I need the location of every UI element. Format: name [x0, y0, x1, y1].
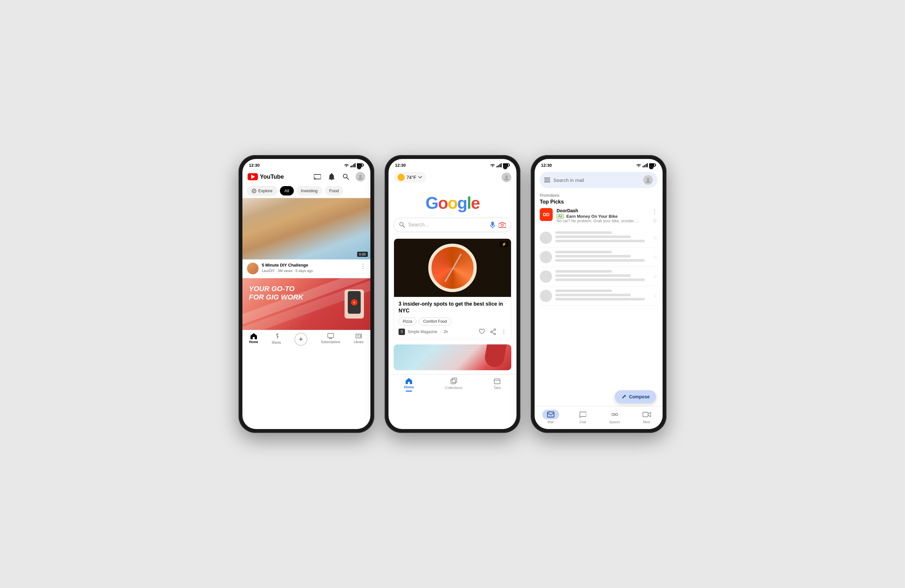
- google-search-bar[interactable]: Search...: [394, 218, 511, 232]
- hamburger-icon[interactable]: [544, 178, 550, 182]
- svg-line-20: [403, 225, 405, 227]
- compose-button[interactable]: Compose: [615, 390, 656, 403]
- video-thumbnail-1[interactable]: 0:00: [243, 198, 370, 260]
- chip-food[interactable]: Food: [325, 186, 344, 195]
- collections-icon-wrap: [450, 378, 457, 385]
- svg-point-42: [611, 414, 614, 416]
- email-item-doordash[interactable]: DD DoorDash Ad Earn Money On Your Bike N…: [540, 208, 657, 224]
- wifi-icon-yt: [344, 163, 349, 167]
- article-preview-2[interactable]: [394, 344, 511, 370]
- article-tags: Pizza Comfort Food: [399, 318, 506, 325]
- svg-point-39: [647, 178, 649, 181]
- gmail-content: Promotions Top Picks DD DoorDash Ad Earn…: [535, 191, 662, 406]
- ad-banner[interactable]: YOUR GO-TO FOR GIG WORK D: [243, 278, 370, 330]
- nav-item-subscriptions[interactable]: Subscriptions: [321, 333, 340, 346]
- gmail-account-avatar[interactable]: [643, 175, 653, 185]
- g-nav-tabs-label: Tabs: [494, 386, 501, 390]
- star-1[interactable]: ☆: [653, 235, 657, 241]
- email-list-item-2[interactable]: ☆: [540, 247, 657, 267]
- tag-pizza[interactable]: Pizza: [399, 318, 416, 325]
- svg-rect-41: [548, 412, 554, 417]
- notifications-button[interactable]: [327, 172, 336, 181]
- svg-point-6: [359, 175, 362, 178]
- chip-explore[interactable]: Explore: [247, 186, 277, 195]
- source-name: Simple Magazine: [408, 330, 437, 334]
- status-time-yt: 12:30: [249, 163, 260, 168]
- tag-comfort-food[interactable]: Comfort Food: [419, 318, 451, 325]
- g-nav-home[interactable]: Home: [404, 378, 414, 391]
- chip-investing[interactable]: Investing: [296, 186, 322, 195]
- nav-label-library: Library: [354, 340, 364, 344]
- more-options-doordash[interactable]: ⋮: [652, 208, 657, 215]
- camera-icon-g[interactable]: [499, 222, 506, 228]
- weather-chip[interactable]: 74°F: [394, 172, 426, 183]
- google-phone: 12:30: [385, 155, 520, 433]
- search-button[interactable]: [341, 172, 350, 181]
- email-lines-4: [555, 290, 649, 302]
- gmail-nav-chat-label: Chat: [579, 420, 586, 424]
- ad-line1: YOUR GO-TO: [249, 285, 303, 293]
- more-icon-article[interactable]: ⋮: [501, 328, 506, 335]
- g-nav-home-label: Home: [404, 385, 414, 389]
- gmail-search-bar[interactable]: Search in mail: [540, 172, 657, 188]
- ad-badge: Ad: [557, 214, 564, 219]
- nav-item-home[interactable]: Home: [249, 333, 258, 346]
- star-3[interactable]: ☆: [653, 273, 657, 279]
- svg-rect-29: [451, 379, 456, 384]
- flash-badge: ⚡: [500, 241, 508, 247]
- google-logo: Google: [426, 193, 479, 212]
- email-avatar-2: [540, 251, 552, 263]
- ad-badge-label: Ad: [558, 214, 562, 218]
- gmail-screen: 12:30: [535, 159, 662, 429]
- like-icon[interactable]: [479, 328, 485, 335]
- email-list-item-1[interactable]: ☆: [540, 228, 657, 247]
- gmail-nav-chat[interactable]: Chat: [574, 410, 591, 424]
- ad-text: YOUR GO-TO FOR GIG WORK: [249, 285, 303, 302]
- doordash-logo-ad: D: [351, 299, 357, 306]
- email-list-item-4[interactable]: ☆: [540, 286, 657, 306]
- gmail-nav-mail[interactable]: Mail: [542, 410, 559, 424]
- svg-rect-31: [494, 379, 500, 384]
- chat-icon: [579, 411, 586, 418]
- gmail-section-title: Top Picks: [540, 199, 657, 205]
- gmail-bottom-nav: Mail Chat Spaces: [535, 406, 662, 429]
- google-header: 74°F: [389, 169, 516, 185]
- status-bar-g: 12:30: [389, 159, 516, 169]
- email-line-sender-3: [555, 270, 612, 273]
- email-list-item-3[interactable]: ☆: [540, 267, 657, 286]
- star-doordash[interactable]: ☆: [652, 217, 657, 224]
- preview-shape: [484, 344, 507, 369]
- mic-icon-g[interactable]: [490, 221, 495, 228]
- svg-rect-34: [656, 165, 656, 166]
- channel-avatar-1: [247, 263, 259, 274]
- gmail-nav-meet[interactable]: Meet: [638, 410, 655, 424]
- channel-name-1: LaurDIY: [262, 269, 275, 273]
- star-4[interactable]: ☆: [653, 293, 657, 299]
- sun-icon: [398, 174, 405, 181]
- wifi-icon-gm: [636, 163, 641, 167]
- account-avatar[interactable]: [356, 172, 365, 182]
- email-lines-2: [555, 251, 649, 263]
- g-nav-collections[interactable]: Collections: [445, 378, 462, 391]
- article-footer: S Simple Magazine · 2h ⋮: [399, 328, 506, 335]
- g-nav-tabs[interactable]: Tabs: [494, 378, 501, 391]
- more-options-1[interactable]: ⋮: [360, 263, 366, 270]
- email-doordash-actions: ⋮ ☆: [652, 208, 657, 224]
- status-time-gm: 12:30: [541, 163, 552, 168]
- nav-item-library[interactable]: Library: [354, 333, 364, 346]
- video-duration-1: 0:00: [357, 252, 368, 257]
- gmail-nav-spaces[interactable]: Spaces: [607, 410, 623, 424]
- svg-point-23: [501, 224, 503, 227]
- nav-item-shorts[interactable]: Shorts: [272, 333, 281, 346]
- email-line-preview-3: [555, 279, 645, 281]
- add-button[interactable]: +: [294, 333, 307, 346]
- filter-chips: Explore All Investing Food: [243, 184, 370, 198]
- chevron-down-icon: [418, 176, 422, 179]
- google-account-avatar[interactable]: [502, 173, 511, 182]
- star-2[interactable]: ☆: [653, 254, 657, 260]
- cast-button[interactable]: [313, 172, 322, 181]
- share-icon[interactable]: [490, 328, 496, 335]
- nav-item-add[interactable]: +: [294, 333, 307, 346]
- chip-all[interactable]: All: [280, 186, 294, 195]
- article-image-1[interactable]: ⚡: [394, 239, 511, 297]
